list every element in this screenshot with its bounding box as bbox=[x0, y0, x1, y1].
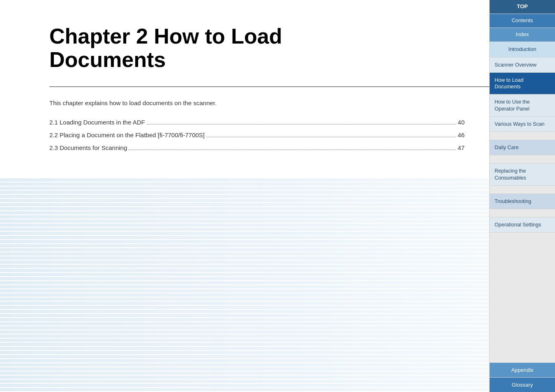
toc-dots-1 bbox=[147, 124, 456, 125]
toc-entries: 2.1 Loading Documents in the ADF 40 2.2 … bbox=[0, 119, 489, 151]
toc-label-3: 2.3 Documents for Scanning bbox=[49, 144, 127, 151]
toc-label-2: 2.2 Placing a Document on the Flatbed [f… bbox=[49, 131, 205, 138]
sidebar-item-index[interactable]: Index bbox=[490, 28, 555, 42]
sidebar-item-scanner-overview[interactable]: Scanner Overview bbox=[490, 58, 555, 73]
sidebar-item-introduction[interactable]: Introduction bbox=[490, 42, 555, 58]
toc-page-1: 40 bbox=[458, 119, 465, 126]
sidebar-item-daily-care[interactable]: Daily Care bbox=[490, 140, 555, 155]
sidebar-spacer-2 bbox=[490, 155, 555, 164]
sidebar-item-top[interactable]: TOP bbox=[490, 0, 555, 14]
toc-page-3: 47 bbox=[458, 144, 465, 151]
chapter-title-line1: Chapter 2 How to Load bbox=[49, 24, 282, 48]
sidebar-item-replacing-consumables[interactable]: Replacing the Consumables bbox=[490, 164, 555, 186]
sidebar-item-operational-settings[interactable]: Operational Settings bbox=[490, 217, 555, 233]
sidebar-spacer-1 bbox=[490, 132, 555, 140]
sidebar-item-appendix[interactable]: Appendix bbox=[490, 362, 555, 377]
background-stripes bbox=[0, 178, 489, 392]
toc-entry-3[interactable]: 2.3 Documents for Scanning 47 bbox=[49, 144, 465, 151]
sidebar-spacer-4 bbox=[490, 209, 555, 217]
chapter-divider bbox=[49, 86, 489, 87]
chapter-title-line2: Documents bbox=[49, 48, 166, 71]
sidebar-item-various-ways[interactable]: Various Ways to Scan bbox=[490, 117, 555, 132]
sidebar-item-how-to-load[interactable]: How to Load Documents bbox=[490, 73, 555, 95]
chapter-header: Chapter 2 How to Load Documents bbox=[0, 0, 489, 80]
toc-label-1: 2.1 Loading Documents in the ADF bbox=[49, 119, 145, 126]
sidebar-bottom: Appendix Glossary bbox=[490, 233, 555, 392]
toc-dots-2 bbox=[206, 137, 456, 137]
sidebar-spacer-3 bbox=[490, 186, 555, 194]
toc-entry-2[interactable]: 2.2 Placing a Document on the Flatbed [f… bbox=[49, 131, 465, 138]
main-content: Chapter 2 How to Load Documents This cha… bbox=[0, 0, 489, 392]
toc-entry-1[interactable]: 2.1 Loading Documents in the ADF 40 bbox=[49, 119, 465, 126]
sidebar-item-contents[interactable]: Contents bbox=[490, 14, 555, 28]
chapter-intro: This chapter explains how to load docume… bbox=[0, 99, 489, 119]
sidebar-item-operator-panel[interactable]: How to Use the Operator Panel bbox=[490, 95, 555, 117]
sidebar-item-troubleshooting[interactable]: Troubleshooting bbox=[490, 194, 555, 209]
toc-page-2: 46 bbox=[458, 131, 465, 138]
intro-text: This chapter explains how to load docume… bbox=[49, 99, 465, 106]
sidebar-item-glossary[interactable]: Glossary bbox=[490, 377, 555, 392]
chapter-title: Chapter 2 How to Load Documents bbox=[49, 25, 465, 71]
sidebar: TOP Contents Index Introduction Scanner … bbox=[489, 0, 555, 392]
toc-dots-3 bbox=[129, 150, 456, 150]
